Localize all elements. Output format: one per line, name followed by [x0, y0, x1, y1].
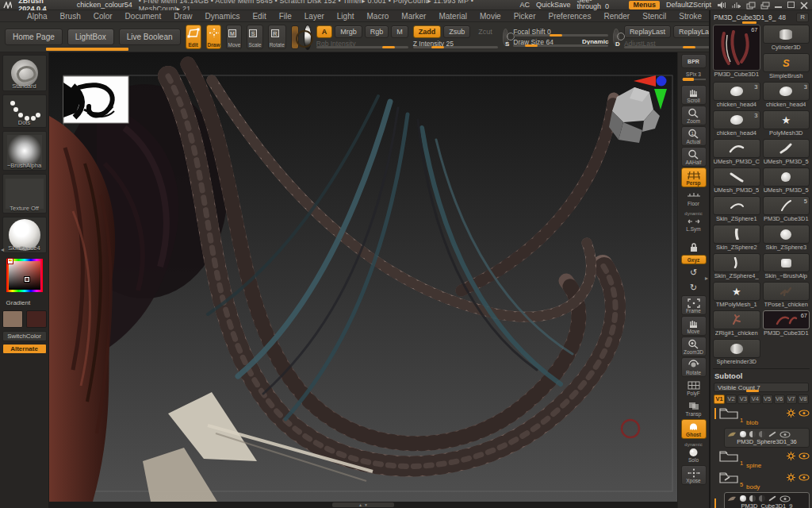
menu-layer[interactable]: Layer	[298, 12, 331, 21]
contrast-icon[interactable]	[759, 495, 765, 502]
tab-v8[interactable]: V8	[798, 394, 809, 404]
alternate-button[interactable]: Alternate	[2, 344, 47, 354]
xpose-button[interactable]: Xpose	[681, 465, 707, 485]
gear-icon[interactable]	[787, 473, 795, 482]
tool-thumb[interactable]: TPose1_chicken	[763, 282, 810, 309]
menu-preferences[interactable]: Preferences	[542, 12, 597, 21]
z-intensity-slider[interactable]: Z Intensity 25	[413, 40, 498, 48]
left-tray-collapse-icon[interactable]: ◂	[1, 246, 4, 253]
draw-mode-button[interactable]: Draw	[206, 25, 222, 49]
polyf-button[interactable]: PolyF	[681, 378, 707, 398]
r-reset-button[interactable]: R	[796, 13, 809, 22]
current-material-thumb[interactable]: SkinShade4	[2, 217, 47, 253]
signal-bars-icon[interactable]	[732, 2, 741, 9]
persp-button[interactable]: Persp	[681, 167, 707, 187]
subtool-folder-blob[interactable]: 1 blob	[719, 406, 810, 426]
copy-doc-icon[interactable]	[746, 2, 755, 9]
right-shelf-expand-icon[interactable]: ▸	[705, 275, 708, 282]
menu-marker[interactable]: Marker	[395, 12, 432, 21]
tool-thumb-selected[interactable]: 67 PM3D_Cube3D1	[763, 310, 810, 337]
current-stroke-thumb[interactable]: Dots	[2, 94, 47, 128]
current-texture-thumb[interactable]: Texture Off	[2, 174, 47, 214]
tool-thumb[interactable]: UMesh_PM3D_5	[713, 167, 760, 194]
zcut-button[interactable]: Zcut	[473, 25, 498, 38]
menus-button[interactable]: Menus	[629, 1, 660, 10]
tool-thumb[interactable]: 3 chicken_head4	[713, 82, 760, 109]
subtool-folder-body[interactable]: 5 body	[719, 471, 810, 491]
bpr-render-button[interactable]: BPR	[681, 54, 707, 68]
viewport-canvas[interactable]	[49, 52, 677, 502]
gradient-button[interactable]: Gradient	[2, 298, 47, 308]
menu-render[interactable]: Render	[597, 12, 636, 21]
tab-v7[interactable]: V7	[786, 394, 797, 404]
minimize-icon[interactable]	[775, 2, 782, 8]
menu-document[interactable]: Document	[119, 12, 168, 21]
eye-icon[interactable]	[799, 474, 810, 481]
menu-movie[interactable]: Movie	[473, 12, 508, 21]
ghost-button[interactable]: Ghost	[681, 419, 707, 439]
menu-brush[interactable]: Brush	[54, 12, 87, 21]
subtool-folder-spine[interactable]: 1 spine	[719, 449, 810, 469]
tray-resize-handle[interactable]: ▲▼	[332, 502, 394, 507]
pen-icon[interactable]	[768, 495, 776, 501]
a-button[interactable]: A	[316, 25, 333, 38]
lightbox-button[interactable]: LightBox	[67, 29, 114, 45]
lock-button[interactable]	[681, 240, 707, 254]
tool-thumb[interactable]: UMesh_PM3D_5	[763, 139, 810, 166]
current-brush-thumb[interactable]: Standard	[2, 55, 47, 91]
eye-icon[interactable]	[779, 495, 791, 502]
tool-thumb[interactable]: 5 PM3D_Cube3D1	[763, 196, 810, 223]
move-mode-button[interactable]: M Move	[226, 25, 242, 49]
eye-icon[interactable]	[799, 410, 810, 417]
replay-last-button[interactable]: ReplayLast	[624, 25, 671, 38]
color-picker-square[interactable]	[6, 259, 43, 292]
tool-thumb[interactable]: Sphereinder3D	[713, 339, 760, 366]
menu-draw[interactable]: Draw	[167, 12, 198, 21]
half-shade-icon[interactable]	[749, 495, 756, 502]
spix-slider[interactable]: SPix 3	[681, 69, 707, 84]
menu-edit[interactable]: Edit	[246, 12, 272, 21]
rotate-ccw-button[interactable]: ↺	[681, 265, 707, 279]
solo-button[interactable]: dynamic Solo	[681, 440, 707, 464]
rgb-button[interactable]: Rgb	[365, 25, 389, 38]
tool-thumb-active[interactable]: 67 PM3D_Cube3D1	[713, 25, 760, 80]
menu-color[interactable]: Color	[87, 12, 119, 21]
menu-file[interactable]: File	[273, 12, 298, 21]
menu-stencil[interactable]: Stencil	[636, 12, 672, 21]
tab-v1[interactable]: V1	[714, 394, 725, 404]
eye-icon[interactable]	[779, 431, 791, 438]
tool-thumb[interactable]: UMesh_PM3D_C	[713, 139, 760, 166]
tab-v5[interactable]: V5	[762, 394, 773, 404]
tool-thumb[interactable]: Cylinder3D	[763, 25, 810, 52]
menu-macro[interactable]: Macro	[361, 12, 396, 21]
mrgb-button[interactable]: Mrgb	[335, 25, 362, 38]
tab-v3[interactable]: V3	[737, 394, 749, 404]
rgb-intensity-slider[interactable]: Rgb Intensity	[316, 40, 408, 48]
tab-v4[interactable]: V4	[749, 394, 760, 404]
tool-thumb[interactable]: Skin_ZSphere4_	[713, 253, 760, 280]
default-zscript-button[interactable]: DefaultZScript	[666, 1, 711, 9]
speaker-icon[interactable]	[718, 2, 726, 9]
tool-thumb[interactable]: ★ PolyMesh3D	[763, 110, 810, 137]
current-alpha-thumb[interactable]: ~BrushAlpha	[2, 131, 47, 171]
tool-thumb[interactable]: ★ TMPolyMesh_1	[713, 282, 760, 309]
menu-alpha[interactable]: Alpha	[21, 12, 54, 21]
actual-button[interactable]: 1 Actual	[681, 126, 707, 146]
focal-shift-slider[interactable]: Focal Shift 0	[513, 28, 608, 37]
gxyz-button[interactable]: Gxyz	[681, 255, 707, 264]
quicksave-button[interactable]: QuickSave	[536, 1, 571, 9]
color-picker[interactable]	[2, 256, 47, 294]
lsym-button[interactable]: dynamic L.Sym	[681, 209, 707, 233]
tool-thumb[interactable]: Skin_ZSphere2	[713, 225, 760, 252]
zoom3d-button[interactable]: Zoom3D	[681, 337, 707, 356]
menu-light[interactable]: Light	[331, 12, 361, 21]
tab-v2[interactable]: V2	[726, 394, 737, 404]
edit-mode-button[interactable]: Edit	[186, 25, 201, 49]
tool-thumb[interactable]: 3 chicken_head4	[713, 110, 760, 137]
menu-picker[interactable]: Picker	[508, 12, 542, 21]
rotate-cw-button[interactable]: ↻	[681, 280, 707, 294]
floor-button[interactable]: Floor	[681, 188, 707, 208]
close-icon[interactable]	[800, 2, 809, 9]
restore-icon[interactable]	[787, 2, 795, 8]
contrast-icon[interactable]	[759, 431, 765, 437]
